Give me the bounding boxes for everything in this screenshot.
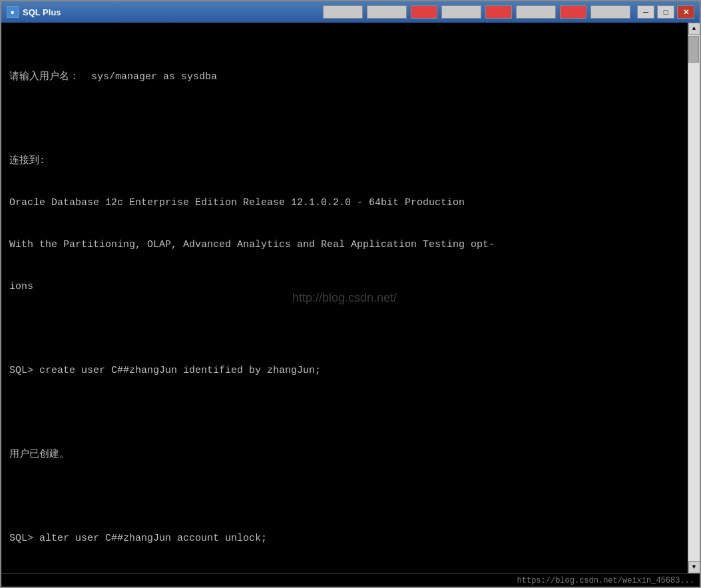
window-controls: ─ □ ✕ xyxy=(637,5,694,19)
console-line-7 xyxy=(9,322,680,336)
scroll-up-button[interactable]: ▲ xyxy=(688,23,700,35)
scroll-thumb[interactable] xyxy=(688,36,699,63)
app-icon-text: ■ xyxy=(11,9,15,15)
scroll-down-button[interactable]: ▼ xyxy=(688,561,700,573)
minimize-button[interactable]: ─ xyxy=(637,5,654,19)
console-line-12: SQL> alter user C##zhangJun account unlo… xyxy=(9,531,680,545)
console-line-3: 连接到: xyxy=(9,154,680,168)
taskbar-btn-1[interactable] xyxy=(323,5,363,19)
console-line-11 xyxy=(9,489,680,503)
scroll-track[interactable] xyxy=(688,35,700,561)
status-bar: https://blog.csdn.net/weixin_45683... xyxy=(1,573,700,587)
taskbar-btn-3[interactable] xyxy=(411,5,437,19)
console-area: http://blog.csdn.net/ 请输入用户名： sys/manage… xyxy=(1,23,700,573)
console-line-6: ions xyxy=(9,280,680,294)
scrollbar[interactable]: ▲ ▼ xyxy=(688,23,700,573)
window-title: SQL Plus xyxy=(23,7,323,17)
title-bar: ■ SQL Plus ─ □ ✕ xyxy=(1,1,700,23)
taskbar-btn-2[interactable] xyxy=(367,5,407,19)
app-icon: ■ xyxy=(7,6,19,18)
restore-button[interactable]: □ xyxy=(657,5,674,19)
console-line-8: SQL> create user C##zhangJun identified … xyxy=(9,364,680,378)
console-output[interactable]: http://blog.csdn.net/ 请输入用户名： sys/manage… xyxy=(1,23,688,573)
taskbar-btn-4[interactable] xyxy=(441,5,481,19)
taskbar-btn-7[interactable] xyxy=(560,5,586,19)
console-line-9 xyxy=(9,406,680,420)
close-button[interactable]: ✕ xyxy=(677,5,694,19)
console-line-4: Oracle Database 12c Enterprise Edition R… xyxy=(9,196,680,210)
taskbar-btn-5[interactable] xyxy=(485,5,512,19)
console-line-10: 用户已创建。 xyxy=(9,447,680,461)
status-text: https://blog.csdn.net/weixin_45683... xyxy=(517,576,694,585)
console-line-1: 请输入用户名： sys/manager as sysdba xyxy=(9,70,680,84)
console-line-2 xyxy=(9,112,680,126)
console-line-5: With the Partitioning, OLAP, Advanced An… xyxy=(9,238,680,252)
main-window: ■ SQL Plus ─ □ ✕ http://blog.csdn.net/ 请… xyxy=(0,0,701,588)
taskbar-btn-8[interactable] xyxy=(590,5,630,19)
taskbar-btn-6[interactable] xyxy=(516,5,556,19)
